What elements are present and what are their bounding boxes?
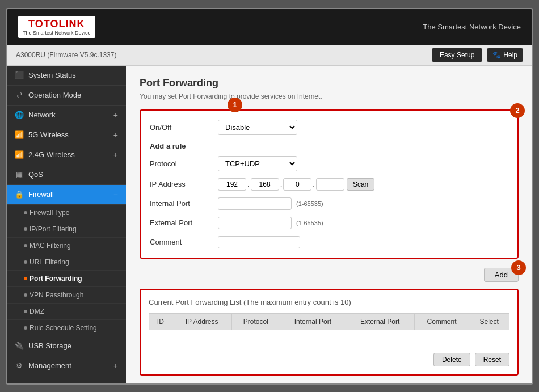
sidebar-item-network[interactable]: 🌐 Network + [7,106,126,125]
5g-expand-icon: + [113,130,118,140]
port-forwarding-form-box: 2 On/Off DisableEnable Add a rule Protoc… [140,109,519,259]
ip-octet-4[interactable] [316,178,344,191]
dot-icon [24,310,27,313]
sidebar-label-firewall: Firewall [28,190,54,199]
dot-1: . [247,180,250,188]
internal-port-label: Internal Port [150,199,218,208]
sliders-icon: ⇄ [15,91,24,100]
table-actions: Delete Reset [149,353,509,366]
ip-octet-1[interactable] [218,178,246,191]
sidebar-item-vpn-passthrough[interactable]: VPN Passthrough [7,287,126,304]
management-expand-icon: + [113,361,118,370]
sub-label-firewall-type: Firewall Type [30,209,69,217]
sidebar-label-24g-wireless: 2.4G Wireless [28,150,75,159]
sidebar-label-operation-mode: Operation Mode [28,91,81,99]
main-window: TOTOLINK The Smartest Network Device The… [6,8,533,385]
sub-label-mac-filtering: MAC Filtering [30,242,71,250]
protocol-label: Protocol [150,159,218,168]
logo-toto: TOTO [28,18,58,29]
ip-address-label: IP Address [150,180,218,188]
on-off-row: On/Off DisableEnable [150,120,508,135]
sidebar-item-url-filtering[interactable]: URL Filtering [7,254,126,271]
table-empty-row [149,330,509,347]
bubble-3: 3 [511,260,526,275]
header-tagline: The Smartest Network Device [423,23,521,31]
wifi-5g-icon: 📶 [15,130,24,140]
qos-icon: ▦ [15,170,24,179]
col-internal-port: Internal Port [280,313,346,330]
comment-row: Comment [150,236,508,248]
internal-port-input[interactable] [218,197,292,210]
sidebar-item-firewall-type[interactable]: Firewall Type [7,205,126,221]
sidebar-item-firewall[interactable]: 🔒 Firewall − [7,185,126,205]
on-off-select[interactable]: DisableEnable [218,120,297,135]
sidebar-item-port-forwarding[interactable]: Port Forwarding [7,271,126,287]
ip-octet-2[interactable] [251,178,279,191]
firewall-expand-icon: − [113,190,118,199]
reset-button[interactable]: Reset [475,353,509,366]
topbar: A3000RU (Firmware V5.9c.1337) Easy Setup… [7,45,532,66]
internal-port-row: Internal Port (1-65535) [150,197,508,210]
active-dot-icon [24,277,27,280]
sub-label-dmz: DMZ [30,307,44,315]
col-ip: IP Address [172,313,231,330]
delete-button[interactable]: Delete [433,353,470,366]
sidebar-item-5g-wireless[interactable]: 📶 5G Wireless + [7,125,126,145]
add-button-row: Add 3 [140,268,519,282]
comment-input[interactable] [218,236,300,248]
sidebar-item-ip-port-filtering[interactable]: IP/Port Filtering [7,221,126,238]
on-off-control: DisableEnable [218,120,297,135]
comment-control [218,236,300,248]
sidebar-item-system-status[interactable]: ⬛ System Status [7,66,126,86]
sidebar-label-management: Management [28,361,71,370]
current-port-forwarding-list-box: Current Port Forwarding List (The maximu… [140,289,519,376]
monitor-icon: ⬛ [15,71,24,80]
dot-icon [24,260,27,264]
sidebar-item-management[interactable]: ⚙ Management + [7,356,126,376]
help-button[interactable]: 🐾 Help [487,48,523,62]
col-external-port: External Port [346,313,414,330]
list-title: Current Port Forwarding List (The maximu… [149,298,509,306]
content-area: Port Forwarding You may set Port Forward… [126,66,532,383]
lock-icon: 🔒 [15,190,24,199]
ip-octet-3[interactable] [283,178,311,191]
easy-setup-button[interactable]: Easy Setup [432,48,482,62]
add-rule-label: Add a rule [150,142,508,150]
external-port-label: External Port [150,218,218,227]
main-layout: ⬛ System Status ⇄ Operation Mode 🌐 Netwo… [7,66,532,383]
col-select: Select [469,313,509,330]
sidebar-item-usb-storage[interactable]: 🔌 USB Storage [7,336,126,356]
dot-icon [24,227,27,231]
dot-icon [24,293,27,297]
firmware-label: A3000RU (Firmware V5.9c.1337) [16,51,116,59]
ip-address-control: . . . Scan [218,178,374,191]
topbar-buttons: Easy Setup 🐾 Help [432,48,523,62]
header: TOTOLINK The Smartest Network Device The… [7,9,532,45]
page-title: Port Forwarding [140,77,519,89]
logo-tagline: The Smartest Network Device [23,30,91,36]
globe-icon: 🌐 [15,111,24,120]
usb-icon: 🔌 [15,342,24,351]
sidebar-item-mac-filtering[interactable]: MAC Filtering [7,238,126,254]
sub-label-ip-port-filtering: IP/Port Filtering [30,225,77,233]
port-forwarding-table: ID IP Address Protocol Internal Port Ext… [149,313,509,347]
sidebar-item-qos[interactable]: ▦ QoS [7,165,126,185]
protocol-select[interactable]: TCP+UDPTCPUDP [218,156,297,171]
sidebar-item-operation-mode[interactable]: ⇄ Operation Mode [7,86,126,106]
external-port-input[interactable] [218,217,292,229]
col-id: ID [149,313,172,330]
scan-button[interactable]: Scan [347,178,374,191]
sidebar-item-dmz[interactable]: DMZ [7,304,126,320]
internal-port-control: (1-65535) [218,197,323,210]
page-description: You may set Port Forwarding to provide s… [140,92,519,100]
bubble-2: 2 [510,103,525,118]
sidebar-item-rule-schedule[interactable]: Rule Schedule Setting [7,320,126,336]
logo: TOTOLINK The Smartest Network Device [18,16,95,38]
dot-icon [24,326,27,330]
add-wrapper: Add 3 [484,268,519,282]
external-port-row: External Port (1-65535) [150,217,508,229]
ip-group: . . . [218,178,344,191]
external-port-range: (1-65535) [296,220,323,226]
sidebar-item-24g-wireless[interactable]: 📶 2.4G Wireless + [7,145,126,165]
logo-text: TOTOLINK [28,18,85,30]
